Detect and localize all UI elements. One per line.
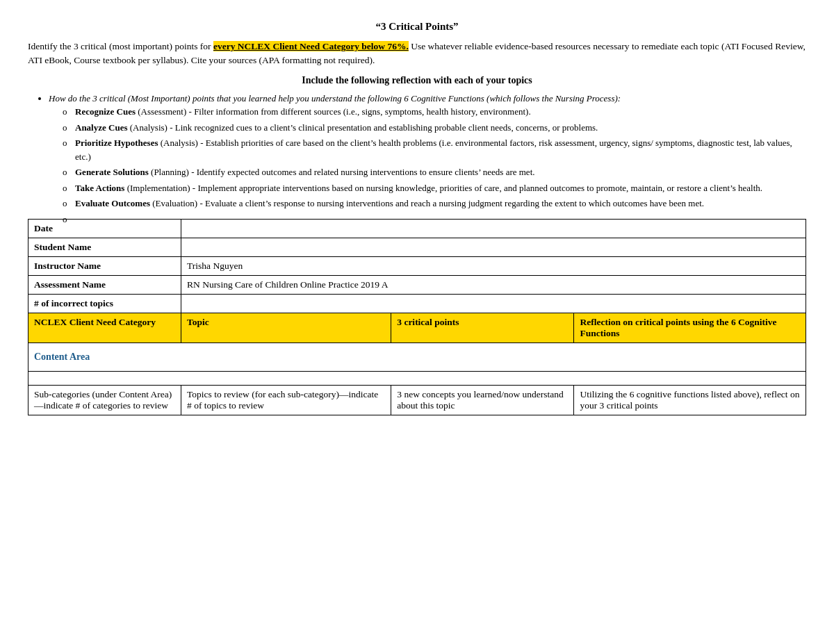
sub-info-row: Sub-categories (under Content Area)—indi… (28, 385, 806, 415)
incorrect-topics-row: # of incorrect topics (28, 294, 806, 313)
column-header-row: NCLEX Client Need Category Topic 3 criti… (28, 313, 806, 342)
sub-item-4: Generate Solutions (Planning) - Identify… (63, 165, 806, 179)
sub-item-2: Analyze Cues (Analysis) - Link recognize… (63, 121, 806, 135)
sub-item-5: Take Actions (Implementation) - Implemen… (63, 181, 806, 195)
topic-header-cell: Topic (181, 313, 391, 342)
bullet-item: How do the 3 critical (Most Important) p… (49, 92, 806, 210)
date-label: Date (28, 219, 181, 238)
sub-col3: 3 new concepts you learned/now understan… (391, 385, 574, 415)
bullet-intro-text: How do the 3 critical (Most Important) p… (49, 93, 621, 104)
sub-term-5: Take Actions (75, 183, 124, 193)
incorrect-topics-label: # of incorrect topics (28, 294, 181, 313)
assessment-name-row: Assessment Name RN Nursing Care of Child… (28, 275, 806, 294)
incorrect-topics-value (181, 294, 806, 313)
sub-item-3: Prioritize Hypotheses (Analysis) - Estab… (63, 136, 806, 163)
page-title: “3 Critical Points” (28, 21, 806, 33)
content-area-row: Content Area (28, 342, 806, 371)
assessment-name-label: Assessment Name (28, 275, 181, 294)
sub-item-6: Evaluate Outcomes (Evaluation) - Evaluat… (63, 197, 806, 210)
date-value (181, 219, 806, 238)
instructor-name-value: Trisha Nguyen (181, 256, 806, 275)
sub-term-3: Prioritize Hypotheses (75, 138, 158, 148)
intro-paragraph: Identify the 3 critical (most important)… (28, 40, 806, 68)
date-row: Date (28, 219, 806, 238)
intro-highlight: every NCLEX Client Need Category below 7… (213, 41, 409, 51)
sub-col4: Utilizing the 6 cognitive functions list… (574, 385, 806, 415)
empty-spacer-row (28, 371, 806, 385)
student-name-label: Student Name (28, 238, 181, 256)
sub-list: Recognize Cues (Assessment) - Filter inf… (63, 105, 806, 210)
sub-term-4: Generate Solutions (75, 167, 149, 177)
bullet-list: How do the 3 critical (Most Important) p… (49, 92, 806, 210)
student-name-value (181, 238, 806, 256)
content-area-cell: Content Area (28, 342, 806, 371)
sub-detail-1: (Assessment) - Filter information from d… (136, 106, 531, 117)
sub-term-1: Recognize Cues (75, 106, 136, 117)
empty-spacer-cell (28, 371, 806, 385)
sub-item-1: Recognize Cues (Assessment) - Filter inf… (63, 105, 806, 119)
sub-detail-6: (Evaluation) - Evaluate a client’s respo… (150, 198, 704, 208)
sub-detail-4: (Planning) - Identify expected outcomes … (149, 167, 535, 177)
main-table: Date Student Name Instructor Name Trisha… (28, 219, 806, 415)
sub-col1: Sub-categories (under Content Area)—indi… (28, 385, 181, 415)
section-heading: Include the following reflection with ea… (28, 75, 806, 86)
sub-detail-2: (Analysis) - Link recognized cues to a c… (127, 122, 598, 133)
sub-detail-3: (Analysis) - Establish priorities of car… (75, 138, 792, 162)
instructor-name-row: Instructor Name Trisha Nguyen (28, 256, 806, 275)
nclex-header-cell: NCLEX Client Need Category (28, 313, 181, 342)
critical-header-cell: 3 critical points (391, 313, 574, 342)
sub-detail-5: (Implementation) - Implement appropriate… (124, 183, 762, 193)
intro-part1: Identify the 3 critical (most important)… (28, 41, 213, 51)
sub-col2: Topics to review (for each sub-category)… (181, 385, 391, 415)
sub-term-2: Analyze Cues (75, 122, 127, 133)
sub-term-6: Evaluate Outcomes (75, 198, 150, 208)
instructor-name-label: Instructor Name (28, 256, 181, 275)
reflection-header-cell: Reflection on critical points using the … (574, 313, 806, 342)
student-name-row: Student Name (28, 238, 806, 256)
assessment-name-value: RN Nursing Care of Children Online Pract… (181, 275, 806, 294)
